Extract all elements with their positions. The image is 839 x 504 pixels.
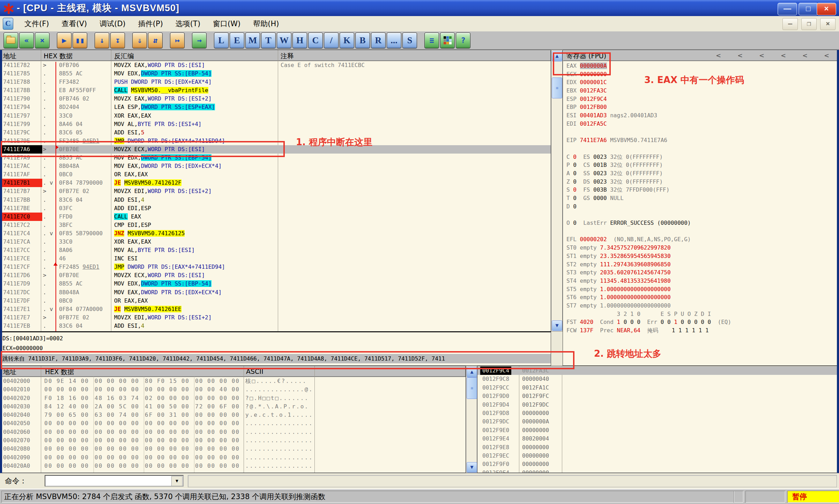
disasm-row[interactable]: 7411E7C0.FFD0CALL EAX xyxy=(0,213,551,221)
register-line[interactable]: S 0 FS 003B 32位 7FFDF000(FFF) xyxy=(566,186,837,194)
address[interactable]: 7411E7CE xyxy=(3,254,40,263)
address[interactable]: 7411E788 xyxy=(3,78,40,86)
register-line[interactable]: ST2 empty 111.29743639608906850 xyxy=(566,260,837,269)
dump-row[interactable]: 00402020F0 18 16 0048 16 03 7402 00 00 0… xyxy=(0,394,466,402)
maximize-button[interactable]: □ xyxy=(799,3,818,15)
register-line[interactable]: 3 2 1 0 E S P U O Z D I xyxy=(566,310,837,318)
scroll-thumb[interactable]: ≡ xyxy=(467,377,477,399)
dump-scrollbar[interactable]: ▲ ≡ ▼ xyxy=(466,366,477,473)
stack-row[interactable]: 0012F9D800000000 xyxy=(477,409,839,417)
disasm-row[interactable]: 7411E794.8D2404LEA ESP,DWORD PTR SS:[ESP… xyxy=(0,103,551,111)
register-line[interactable]: ST0 empty 7.3425752709622997820 xyxy=(566,244,837,252)
disasm-row[interactable]: 7411E7DC.8B048AMOV EAX,DWORD PTR DS:[EDX… xyxy=(0,288,551,297)
address[interactable]: 7411E7E1 xyxy=(3,305,40,313)
address[interactable]: 7411E78B xyxy=(3,86,40,95)
stack-row[interactable]: 0012F9F400000000 xyxy=(477,469,839,473)
address[interactable]: 7411E7B7 xyxy=(3,187,40,195)
pause-button[interactable]: ▮▮ xyxy=(73,32,87,49)
disasm-row[interactable]: 7411E799.8A46 04MOV AL,BYTE PTR DS:[ESI+… xyxy=(0,120,551,128)
address[interactable]: 7411E7CA xyxy=(3,238,40,246)
register-line[interactable]: EDI 0012FA5C xyxy=(566,120,837,128)
open-file-button[interactable] xyxy=(3,32,18,49)
close-program-button[interactable]: × xyxy=(35,32,50,49)
register-line[interactable]: EIP 7411E7A6 MSVBVM50.7411E7A6 xyxy=(566,136,837,144)
address[interactable]: 7411E782 xyxy=(3,61,40,69)
disasm-row[interactable]: 7411E7B7>0FB77E 02MOVZX EDI,WORD PTR DS:… xyxy=(0,187,551,195)
disasm-row[interactable]: 7411E7AC.8B048AMOV EAX,DWORD PTR DS:[EDX… xyxy=(0,162,551,170)
dump-row[interactable]: 004020A000 00 00 0000 00 00 0000 00 00 0… xyxy=(0,462,466,470)
address[interactable]: 7411E7D6 xyxy=(3,271,40,280)
register-line[interactable]: ST4 empty 11345.481353325641980 xyxy=(566,277,837,285)
dump-row[interactable]: 0040203084 12 40 002A 00 5C 0041 00 50 0… xyxy=(0,402,466,411)
register-line[interactable]: D 0 xyxy=(566,202,837,211)
register-line[interactable]: EBP 0012FB00 xyxy=(566,103,837,111)
view-log-button[interactable]: L xyxy=(214,32,229,49)
address[interactable]: 7411E7AF xyxy=(3,170,40,179)
register-line[interactable]: ESP 0012F9C4 xyxy=(566,95,837,103)
register-line[interactable]: FCW 137F Prec NEAR,64 掩码 1 1 1 1 1 1 xyxy=(566,326,837,335)
address[interactable]: 7411E7CC xyxy=(3,246,40,254)
disasm-row[interactable]: 7411E7EB.83C6 04ADD ESI,4 xyxy=(0,322,551,330)
stack-row[interactable]: 0012F9E800000000 xyxy=(477,443,839,452)
register-line[interactable]: ST5 empty 1.0000000000000000000 xyxy=(566,285,837,294)
address[interactable]: 7411E7C2 xyxy=(3,221,40,229)
address[interactable]: 7411E7E7 xyxy=(3,313,40,322)
stack-row[interactable]: 0012F9DC0000000A xyxy=(477,417,839,426)
address[interactable]: 7411E7AC xyxy=(3,162,40,170)
close-button[interactable]: × xyxy=(817,3,836,15)
disasm-row[interactable]: 7411E79C.83C6 05ADD ESI,5 xyxy=(0,128,551,137)
breakpoint-address[interactable]: 7411E7B1 xyxy=(1,179,42,187)
view-patches-button[interactable]: / xyxy=(324,32,339,49)
register-line[interactable]: FST 4020 Cond 1 0 0 0 Err 0 0 1 0 0 0 0 … xyxy=(566,318,837,326)
breakpoint-address[interactable]: 7411E7C0 xyxy=(1,213,42,221)
address[interactable]: 7411E7EB xyxy=(3,322,40,330)
view-threads-button[interactable]: T xyxy=(261,32,276,49)
cpu-window-icon[interactable]: C xyxy=(3,18,13,30)
address[interactable]: 7411E7DF xyxy=(3,297,40,305)
menu-item[interactable]: 查看(V) xyxy=(55,17,93,30)
register-line[interactable]: ST6 empty 1.0000000000000000000 xyxy=(566,293,837,302)
stack-row[interactable]: 0012F9D40012F9DC xyxy=(477,401,839,409)
dump-row[interactable]: 0040204079 00 65 0063 00 74 006F 00 31 0… xyxy=(0,411,466,419)
mdi-minimize-button[interactable]: – xyxy=(782,18,798,30)
collapse-chevron-icon[interactable]: < xyxy=(802,52,808,59)
disasm-row[interactable]: 7411E7C2.3BFCCMP EDI,ESP xyxy=(0,221,551,229)
disasm-row[interactable]: 7411E7AF.0BC0OR EAX,EAX xyxy=(0,170,551,179)
stack-row[interactable]: 0012F9E000000000 xyxy=(477,426,839,435)
dump-row[interactable]: 0040205000 00 00 0000 00 00 0000 00 00 0… xyxy=(0,419,466,428)
collapse-chevron-icon[interactable]: < xyxy=(737,52,743,59)
register-line[interactable]: A 0 SS 0023 32位 0(FFFFFFFF) xyxy=(566,169,837,178)
register-line[interactable]: ST1 empty 23.352865954565945830 xyxy=(566,252,837,260)
disasm-row[interactable]: 7411E7CC.8A06MOV AL,BYTE PTR DS:[ESI] xyxy=(0,246,551,254)
run-button[interactable]: ▶ xyxy=(57,32,72,49)
register-line[interactable] xyxy=(566,210,837,219)
register-line[interactable]: EBX 0012FA3C xyxy=(566,87,837,95)
scroll-down-icon[interactable]: ▼ xyxy=(467,462,477,473)
register-line[interactable]: Z 0 DS 0023 32位 0(FFFFFFFF) xyxy=(566,178,837,186)
stack-row[interactable]: 0012F9F000000000 xyxy=(477,460,839,468)
disasm-row[interactable]: 7411E7B1. v0F84 78790000JE MSVBVM50.7412… xyxy=(0,179,551,187)
dump-row[interactable]: 00402000D0 9E 14 0000 00 00 0080 F0 15 0… xyxy=(0,377,466,385)
menu-item[interactable]: 插件(P) xyxy=(132,17,169,30)
view-run-trace-button[interactable]: ... xyxy=(387,32,401,49)
menu-item[interactable]: 帮助(H) xyxy=(247,17,285,30)
view-memory-button[interactable]: M xyxy=(245,32,260,49)
register-line[interactable]: O 0 LastErr ERROR_SUCCESS (00000000) xyxy=(566,219,837,227)
step-over-button[interactable]: ↧ xyxy=(110,32,125,49)
register-line[interactable] xyxy=(566,144,837,153)
menu-item[interactable]: 文件(F) xyxy=(18,17,55,30)
disasm-row[interactable]: 7411E7C4. v0F85 5B790000JNZ MSVBVM50.741… xyxy=(0,229,551,238)
disasm-scrollbar[interactable]: ▲ ≡ ▼ xyxy=(551,50,563,332)
address[interactable]: 7411E799 xyxy=(3,120,40,128)
view-cpu-button[interactable]: C xyxy=(308,32,323,49)
register-line[interactable] xyxy=(566,227,837,236)
dump-row[interactable]: 0040206000 00 00 0000 00 00 0000 00 00 0… xyxy=(0,428,466,436)
disasm-row[interactable]: 7411E7CA.33C0XOR EAX,EAX xyxy=(0,238,551,246)
address[interactable]: 7411E794 xyxy=(3,103,40,111)
dump-row[interactable]: 0040201000 00 00 0000 00 00 0000 00 00 0… xyxy=(0,385,466,394)
disasm-row[interactable]: 7411E7E7>0FB77E 02MOVZX EDI,WORD PTR DS:… xyxy=(0,313,551,322)
menu-item[interactable]: 调试(D) xyxy=(93,17,132,30)
stack-row[interactable]: 0012F9E480020004 xyxy=(477,435,839,443)
view-windows-button[interactable]: W xyxy=(277,32,291,49)
mdi-restore-button[interactable]: ❐ xyxy=(801,18,817,30)
